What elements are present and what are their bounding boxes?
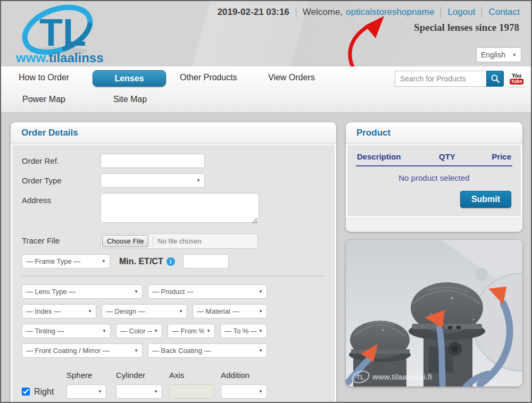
address-textarea[interactable] (101, 193, 259, 223)
logout-link[interactable]: Logout (447, 7, 475, 18)
frame-type-select[interactable]: — Frame Type — ▼ (22, 254, 110, 268)
search-group: You Tube (395, 71, 526, 87)
watermark-text: www.tilaalinssi.fi (372, 373, 432, 381)
min-etct-label: Min. ET/CT (119, 254, 163, 268)
nav-view-orders[interactable]: View Orders (268, 73, 315, 82)
divider (481, 7, 482, 18)
divider (296, 7, 296, 18)
front-coating-select[interactable]: — Front Coating / Mirror — ▼ (22, 343, 143, 358)
page: TL www.tilaalinssi.fi 2019-02-21 03:16 W… (0, 0, 532, 403)
tinting-select[interactable]: — Tinting — ▼ (22, 324, 111, 338)
search-input[interactable] (395, 71, 486, 87)
datetime: 2019-02-21 03:16 (218, 7, 289, 18)
order-type-label: Order Type (22, 173, 101, 188)
content-area: Order Details Order Ref. Order Type ▼ Ad… (1, 113, 531, 403)
logo-www: www. (15, 51, 49, 65)
material-select[interactable]: — Material — ▼ (193, 304, 267, 318)
welcome-text: Welcome, (303, 7, 343, 18)
order-ref-label: Order Ref. (22, 154, 101, 168)
right-eye-checkbox[interactable] (22, 388, 30, 396)
chevron-down-icon: ▼ (102, 329, 106, 333)
product-select[interactable]: — Product — ▼ (148, 284, 267, 299)
right-column: Product Description QTY Price No product… (346, 122, 522, 387)
chevron-down-icon: ▼ (179, 309, 183, 314)
choose-file-button[interactable]: Choose File (102, 235, 148, 247)
annotation-arrow-icon (337, 14, 388, 73)
contact-link[interactable]: Contact (488, 7, 520, 18)
address-label: Address (22, 193, 101, 207)
section-divider (22, 276, 325, 277)
order-ref-input[interactable] (101, 154, 205, 168)
chevron-down-icon: ▼ (154, 329, 158, 333)
youtube-icon[interactable]: You Tube (508, 71, 526, 87)
tagline: Special lenses since 1978 (414, 22, 519, 33)
chevron-down-icon: ▼ (512, 53, 517, 57)
tracer-file-input[interactable]: Choose File No file chosen (101, 233, 258, 249)
order-details-title: Order Details (11, 122, 336, 144)
site-logo[interactable]: TL www.tilaalinssi.fi (9, 2, 104, 68)
price-column-header: Price (480, 152, 511, 161)
right-eye-label: Right (34, 387, 54, 397)
language-select[interactable]: English ▼ (476, 47, 521, 62)
nav-lenses-active[interactable]: Lenses (93, 70, 166, 87)
chevron-down-icon: ▼ (259, 389, 263, 394)
product-photo: TL www.tilaalinssi.fi (346, 240, 522, 387)
empty-product-message: No product selected (355, 166, 513, 184)
design-select[interactable]: — Design — ▼ (102, 304, 187, 318)
index-select[interactable]: — Index — ▼ (22, 304, 96, 318)
submit-button[interactable]: Submit (460, 191, 511, 208)
product-panel-footer (346, 218, 522, 232)
nav-site-map[interactable]: Site Map (113, 95, 147, 104)
chevron-down-icon: ▼ (134, 348, 138, 353)
chevron-down-icon: ▼ (259, 348, 263, 353)
language-value: English (481, 51, 505, 59)
from-percent-select[interactable]: — From % — ▼ (168, 324, 215, 338)
chevron-down-icon: ▼ (196, 178, 201, 183)
chevron-down-icon: ▼ (206, 329, 211, 333)
addition-right-select[interactable]: ▼ (221, 384, 267, 399)
info-icon[interactable]: i (167, 257, 175, 266)
youtube-tube-label: Tube (510, 79, 524, 85)
chevron-down-icon: ▼ (259, 329, 263, 333)
svg-text:www.tilaalinssi.fi: www.tilaalinssi.fi (15, 51, 104, 65)
order-type-select[interactable]: ▼ (101, 173, 205, 188)
no-file-text: No file chosen (153, 236, 201, 247)
sphere-column-header: Sphere (66, 371, 116, 384)
product-panel-title: Product (346, 122, 522, 144)
lens-machine-photo: TL www.tilaalinssi.fi (346, 240, 522, 387)
chevron-down-icon: ▼ (134, 289, 138, 294)
nav-power-map[interactable]: Power Map (22, 95, 65, 104)
tracer-file-label: Tracer File (22, 233, 101, 248)
cylinder-column-header: Cylinder (116, 371, 169, 384)
min-etct-input[interactable] (183, 254, 229, 268)
logo-graphic: TL www.tilaalinssi.fi (9, 2, 104, 66)
axis-right-input (169, 384, 214, 399)
chevron-down-icon: ▼ (154, 389, 158, 394)
axis-column-header: Axis (169, 371, 221, 384)
description-column-header: Description (357, 152, 439, 161)
lens-type-select[interactable]: — Lens Type — ▼ (22, 284, 143, 299)
chevron-down-icon: ▼ (259, 309, 263, 314)
back-coating-select[interactable]: — Back Coating — ▼ (148, 343, 267, 358)
order-details-panel: Order Details Order Ref. Order Type ▼ Ad… (11, 122, 336, 403)
main-nav: How to Order Lenses Other Products View … (1, 66, 531, 113)
chevron-down-icon: ▼ (102, 259, 106, 264)
divider (440, 7, 441, 18)
color-select[interactable]: — Color — ▼ (116, 324, 162, 338)
addition-column-header: Addition (221, 371, 267, 384)
product-panel: Product Description QTY Price No product… (346, 122, 522, 232)
nav-other-products[interactable]: Other Products (180, 73, 237, 82)
cylinder-right-select[interactable]: ▼ (116, 384, 162, 399)
chevron-down-icon: ▼ (259, 289, 263, 294)
sphere-right-select[interactable]: ▼ (66, 384, 106, 399)
to-percent-select[interactable]: — To % — ▼ (220, 324, 267, 338)
chevron-down-icon: ▼ (98, 389, 102, 394)
top-header: TL www.tilaalinssi.fi 2019-02-21 03:16 W… (1, 1, 531, 66)
search-button[interactable] (486, 71, 504, 87)
qty-column-header: QTY (439, 152, 480, 161)
svg-text:TL: TL (39, 11, 86, 54)
search-icon (491, 74, 500, 83)
chevron-down-icon: ▼ (88, 309, 92, 314)
nav-how-to-order[interactable]: How to Order (19, 73, 69, 82)
youtube-you-label: You (512, 73, 521, 79)
